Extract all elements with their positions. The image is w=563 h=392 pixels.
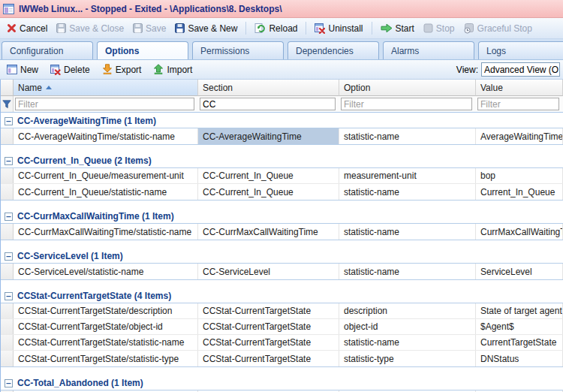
row-gutter [1,264,14,279]
import-button[interactable]: Import [149,62,196,77]
tab-options[interactable]: Options [97,41,188,59]
option-group: CC-Total_Abandoned (1 Item) CC-Total_Aba… [1,376,563,392]
sort-ascending-icon [46,86,52,89]
uninstall-icon [315,23,325,34]
option-group: CC-AverageWaitingTime (1 Item) CC-Averag… [1,114,563,145]
import-arrow-icon [153,64,164,75]
table-row[interactable]: CC-CurrMaxCallWaitingTime/statistic-name… [1,224,563,240]
start-button[interactable]: Start [377,21,418,36]
table-row[interactable]: CC-Current_In_Queue/statistic-name CC-Cu… [1,184,563,200]
tab-logs[interactable]: Logs [478,41,563,59]
table-row[interactable]: CCStat-CurrentTargetState/statistic-name… [1,335,563,351]
filter-funnel-icon[interactable] [2,100,11,109]
cancel-button[interactable]: Cancel [3,21,51,36]
tab-alarms[interactable]: Alarms [383,41,474,59]
window-title-bar: IWWeb Linux... - Stopped - Exited - \App… [0,0,563,18]
group-header[interactable]: CC-ServiceLevel (1 Item) [1,249,563,263]
column-header-section[interactable]: Section [198,80,339,96]
graceful-stop-button[interactable]: Graceful Stop [460,21,536,36]
save-button[interactable]: Save [129,21,170,36]
grid-body: CC-AverageWaitingTime (1 Item) CC-Averag… [1,114,563,392]
name-filter-input[interactable] [15,98,194,110]
grid-filter-row [1,96,563,113]
stop-square-icon [423,23,433,33]
export-button[interactable]: Export [98,62,146,77]
tab-permissions[interactable]: Permissions [192,41,284,59]
new-window-icon [7,65,17,74]
toolbar-separator [306,22,306,35]
row-gutter [1,351,14,366]
row-gutter [1,319,14,334]
application-window-icon [3,4,14,14]
selected-cell[interactable]: CC-AverageWaitingTime [198,128,339,144]
grid-header-row: Name Section Option Value [1,80,563,96]
collapse-minus-icon[interactable] [5,379,13,387]
graceful-stop-clock-icon [464,23,474,34]
save-close-button[interactable]: Save & Close [53,21,128,36]
start-arrow-icon [381,23,393,33]
tab-strip: Configuration Options Permissions Depend… [0,39,563,60]
table-row[interactable]: CC-Current_In_Queue/measurement-unit CC-… [1,168,563,184]
reload-button[interactable]: Reload [251,21,301,36]
option-group: CCStat-CurrentTargetState (4 Items) CCSt… [1,289,563,367]
options-toolbar: New Delete Export Impor [0,60,563,80]
table-row[interactable]: CCStat-CurrentTargetState/statistic-type… [1,351,563,366]
group-header[interactable]: CCStat-CurrentTargetState (4 Items) [1,289,563,303]
collapse-minus-icon[interactable] [5,213,13,221]
table-row[interactable]: CC-ServiceLevel/statistic-name CC-Servic… [1,264,563,279]
reload-icon [254,23,266,34]
row-gutter [1,128,14,144]
view-label: View: [456,65,478,75]
option-group: CC-ServiceLevel (1 Item) CC-ServiceLevel… [1,249,563,280]
filter-gutter [1,96,14,112]
uninstall-button[interactable]: Uninstall [311,21,366,36]
main-toolbar: Cancel Save & Close Save [0,18,563,39]
save-disk-icon [133,23,143,33]
row-gutter [1,303,14,318]
column-header-option[interactable]: Option [339,80,476,96]
save-disk-icon [56,23,66,33]
collapse-minus-icon[interactable] [5,292,13,300]
delete-button[interactable]: Delete [47,62,94,77]
stop-button[interactable]: Stop [420,21,459,36]
export-arrow-icon [102,64,113,75]
save-new-button[interactable]: Save & New [171,21,241,36]
delete-icon [50,65,61,75]
table-row[interactable]: CC-AverageWaitingTime/statistic-name CC-… [1,128,563,144]
section-filter-input[interactable] [200,98,336,110]
collapse-minus-icon[interactable] [5,157,13,165]
group-header[interactable]: CC-CurrMaxCallWaitingTime (1 Item) [1,210,563,223]
column-header-value[interactable]: Value [476,80,563,96]
option-group: CC-Current_In_Queue (2 Items) CC-Current… [1,154,563,201]
option-filter-input[interactable] [341,98,472,110]
column-header-name[interactable]: Name [14,80,198,96]
toolbar-separator [245,22,246,35]
table-row[interactable]: CCStat-CurrentTargetState/object-id CCSt… [1,319,563,335]
view-dropdown[interactable]: Advanced View (O [481,62,560,77]
header-gutter [1,80,14,96]
row-gutter [1,335,14,350]
save-disk-icon [175,23,185,33]
collapse-minus-icon[interactable] [5,252,13,261]
new-button[interactable]: New [3,62,42,77]
view-selector-group: View: Advanced View (O [456,62,560,77]
row-gutter [1,224,14,240]
table-row[interactable]: CCStat-CurrentTargetState/description CC… [1,303,563,319]
group-header[interactable]: CC-AverageWaitingTime (1 Item) [1,114,563,128]
group-header[interactable]: CC-Current_In_Queue (2 Items) [1,154,563,167]
row-gutter [1,168,14,183]
tab-dependencies[interactable]: Dependencies [288,41,379,59]
window-title: IWWeb Linux... - Stopped - Exited - \App… [19,4,282,14]
tab-configuration[interactable]: Configuration [2,41,93,59]
option-group: CC-CurrMaxCallWaitingTime (1 Item) CC-Cu… [1,210,563,240]
collapse-minus-icon[interactable] [5,117,13,125]
value-filter-input[interactable] [477,98,559,110]
group-header[interactable]: CC-Total_Abandoned (1 Item) [1,376,563,390]
options-grid: Name Section Option Value [0,80,563,392]
toolbar-separator [372,22,372,35]
row-gutter [1,184,14,200]
cancel-x-icon [7,23,17,33]
